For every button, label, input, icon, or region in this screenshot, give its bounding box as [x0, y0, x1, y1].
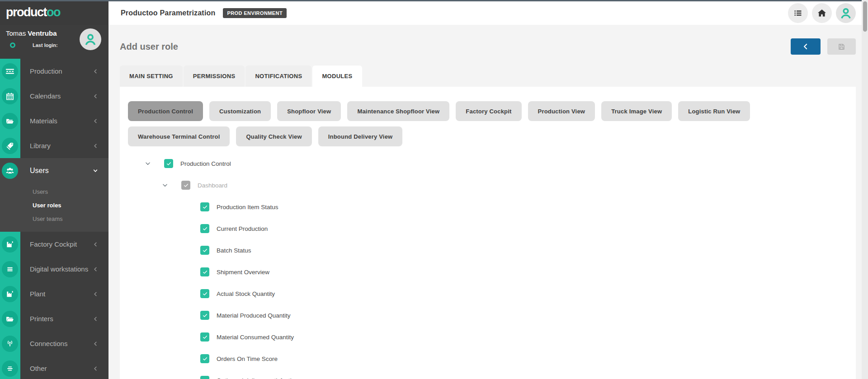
logo-text: product: [6, 5, 47, 19]
module-button-group: Production Control Customization Shopflo…: [128, 101, 848, 146]
checkbox-material-produced-quantity[interactable]: [200, 311, 209, 320]
tree-label: Actual Stock Quantity: [217, 290, 275, 297]
tab-notifications[interactable]: NOTIFICATIONS: [245, 66, 311, 87]
sidebar-item-label: Users: [30, 167, 49, 175]
chevron-down-icon[interactable]: [144, 159, 152, 168]
module-production-view[interactable]: Production View: [528, 101, 595, 121]
checkbox-batch-status[interactable]: [200, 246, 209, 255]
module-production-control[interactable]: Production Control: [128, 101, 203, 121]
module-logistic-run-view[interactable]: Logistic Run View: [678, 101, 750, 121]
sidebar-item-label: Calendars: [30, 92, 61, 100]
sidebar-item-plant[interactable]: Plant: [0, 281, 108, 306]
tree-row-outbound-delivery-satisfaction-score: Outbound delivery satisfaction score: [128, 370, 848, 379]
sidebar-item-users[interactable]: Users: [0, 158, 108, 183]
module-inbound-delivery-view[interactable]: Inbound Delivery View: [318, 126, 403, 146]
sidebar-item-label: Digital workstations: [30, 265, 88, 273]
check-icon: [202, 378, 208, 379]
tree-label: Material Produced Quantity: [217, 312, 291, 319]
sidebar-item-printers[interactable]: Printers: [0, 306, 108, 331]
submenu-item-users[interactable]: Users: [33, 185, 108, 198]
sidebar-item-factory-cockpit[interactable]: Factory Cockpit: [0, 232, 108, 257]
sidebar-item-label: Production: [30, 67, 62, 75]
sidebar-item-connections[interactable]: Connections: [0, 331, 108, 356]
chevron-left-icon: [91, 67, 99, 75]
tab-modules[interactable]: MODULES: [312, 66, 362, 87]
checkbox-outbound-delivery-satisfaction-score[interactable]: [200, 376, 209, 379]
sidebar-item-label: Materials: [30, 117, 57, 125]
last-login-label: Last login:: [33, 42, 58, 48]
module-truck-image-view[interactable]: Truck Image View: [601, 101, 672, 121]
sidebar-item-calendars[interactable]: Calendars: [0, 84, 108, 108]
module-shopfloor-view[interactable]: Shopfloor View: [277, 101, 341, 121]
check-icon: [202, 334, 208, 340]
list-menu-button[interactable]: [788, 3, 808, 23]
tree-label: Material Consumed Quantity: [217, 334, 294, 341]
environment-badge: PROD ENVIRONMENT: [223, 8, 287, 18]
checkbox-orders-on-time-score[interactable]: [200, 354, 209, 363]
check-icon: [202, 291, 208, 297]
sidebar-item-materials[interactable]: Materials: [0, 108, 108, 133]
menu-lines-icon: [2, 261, 18, 277]
submenu-item-user-teams[interactable]: User teams: [33, 212, 108, 225]
person-icon: [83, 32, 98, 47]
tab-permissions[interactable]: PERMISSIONS: [184, 66, 245, 87]
check-icon: [202, 356, 208, 362]
chevron-left-icon: [91, 340, 99, 348]
checkbox-material-consumed-quantity[interactable]: [200, 332, 209, 342]
check-icon: [202, 226, 208, 232]
sidebar-item-library[interactable]: Library: [0, 133, 108, 158]
tree-row-material-produced-quantity: Material Produced Quantity: [128, 304, 848, 326]
checkbox-production-item-status[interactable]: [200, 202, 209, 211]
sidebar-item-label: Plant: [30, 290, 45, 298]
sidebar-item-label: Other: [30, 365, 47, 372]
app-root: productoo Tomas Ventruba Last login: Pro…: [0, 0, 868, 379]
tree-row-production-control: Production Control: [128, 153, 848, 174]
save-button[interactable]: [827, 38, 856, 55]
sidebar-item-production[interactable]: Production: [0, 59, 108, 84]
module-factory-cockpit[interactable]: Factory Cockpit: [456, 101, 521, 121]
tab-main-setting[interactable]: MAIN SETTING: [120, 66, 183, 87]
checkbox-actual-stock-quantity[interactable]: [200, 289, 209, 298]
home-button[interactable]: [812, 3, 832, 23]
tree-label: Dashboard: [198, 182, 227, 189]
floppy-save-icon: [837, 42, 846, 51]
checkbox-current-production[interactable]: [200, 224, 209, 233]
list-icon: [793, 8, 803, 19]
checkbox-shipment-overview[interactable]: [200, 267, 209, 276]
tree-row-actual-stock-quantity: Actual Stock Quantity: [128, 283, 848, 304]
module-warehouse-terminal-control[interactable]: Warehouse Terminal Control: [128, 126, 230, 146]
back-button[interactable]: [791, 38, 821, 55]
vertical-scrollbar: [862, 0, 868, 379]
logo-area: productoo: [0, 0, 108, 25]
checkbox-dashboard: [181, 181, 190, 190]
scrollbar-thumb[interactable]: [863, 1, 867, 32]
module-quality-check-view[interactable]: Quality Check View: [236, 126, 311, 146]
tree-row-production-item-status: Production Item Status: [128, 196, 848, 218]
sidebar-item-digital-workstations[interactable]: Digital workstations: [0, 257, 108, 281]
productoo-logo[interactable]: productoo: [6, 5, 60, 19]
chevron-down-icon[interactable]: [161, 181, 169, 189]
chevron-left-icon: [91, 365, 99, 373]
submenu-item-user-roles[interactable]: User roles: [33, 198, 108, 212]
antenna-icon: [2, 336, 18, 352]
sidebar-avatar[interactable]: [80, 28, 101, 50]
tree-row-shipment-overview: Shipment Overview: [128, 261, 848, 283]
module-customization[interactable]: Customization: [209, 101, 271, 121]
checkbox-production-control[interactable]: [164, 159, 173, 168]
folder-open-icon: [2, 311, 18, 327]
users-submenu: Users User roles User teams: [0, 183, 108, 232]
sidebar-item-other[interactable]: Other: [0, 356, 108, 379]
home-icon: [816, 8, 827, 19]
module-maintenance-shopfloor-view[interactable]: Maintenance Shopfloor View: [347, 101, 449, 121]
check-icon: [202, 204, 208, 210]
text-lines-icon: [2, 360, 18, 377]
chevron-left-icon: [91, 265, 99, 273]
person-icon: [839, 6, 853, 20]
conveyor-icon: [2, 63, 18, 80]
check-icon: [202, 248, 208, 253]
sidebar-nav: Production Calendars Materials Library: [0, 59, 108, 379]
page-content: Add user role MAIN SETTING PERMISSIONS N…: [108, 25, 868, 379]
tree-label: Production Control: [180, 160, 231, 167]
user-avatar-button[interactable]: [836, 3, 856, 23]
folder-open-icon: [2, 113, 18, 129]
